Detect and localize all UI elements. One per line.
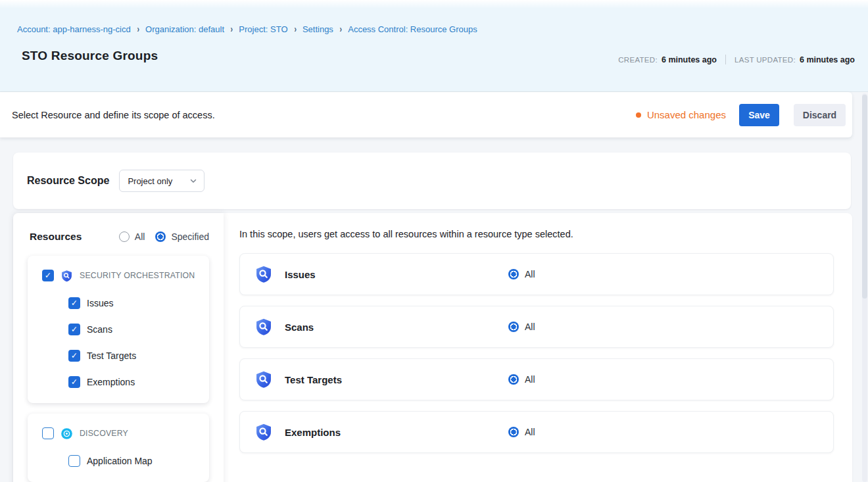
checkbox[interactable]: ✓ xyxy=(68,350,80,362)
breadcrumb-link[interactable]: Organization: default xyxy=(145,24,224,34)
radio-option-label: All xyxy=(525,427,535,437)
radio-option-specified[interactable]: Specified xyxy=(155,231,209,242)
last-updated-value: 6 minutes ago xyxy=(800,55,855,64)
discovery-icon xyxy=(60,427,73,440)
checkbox[interactable]: ✓ xyxy=(68,376,80,388)
radio-all-icon xyxy=(508,427,519,437)
resource-group-header-row: DISCOVERY xyxy=(28,419,209,448)
radio-specified-icon xyxy=(155,231,166,242)
meta-divider xyxy=(725,55,726,64)
scope-description: In this scope, users get access to all r… xyxy=(239,229,834,239)
security-orchestration-shield-icon xyxy=(60,270,73,282)
resource-scope-selected-value: Project only xyxy=(128,176,172,186)
radio-all-label: All xyxy=(135,231,145,242)
resources-filter-radios: All Specified xyxy=(119,231,209,242)
radio-all-icon xyxy=(508,269,519,279)
breadcrumb-separator-icon: › xyxy=(137,24,139,35)
page-title: STO Resource Groups xyxy=(22,49,158,63)
radio-all-icon xyxy=(508,374,519,385)
security-orchestration-shield-icon xyxy=(254,423,273,441)
scope-detail-panel: In this scope, users get access to all r… xyxy=(224,213,852,482)
breadcrumb-link[interactable]: Settings xyxy=(302,24,333,34)
resource-type-label: Issues xyxy=(285,269,508,280)
meta-info: CREATED: 6 minutes ago LAST UPDATED: 6 m… xyxy=(618,55,855,64)
radio-all-icon xyxy=(508,322,519,332)
chevron-down-icon xyxy=(189,177,197,185)
resource-child-label: Scans xyxy=(87,324,112,335)
discard-button[interactable]: Discard xyxy=(794,104,846,126)
security-orchestration-shield-icon xyxy=(254,318,273,336)
resource-groups-list: ✓SECURITY ORCHESTRATION✓Issues✓Scans✓Tes… xyxy=(13,243,224,482)
breadcrumb-separator-icon: › xyxy=(294,24,296,35)
scrollbar-thumb[interactable] xyxy=(862,95,867,299)
resource-scope-dropdown[interactable]: Project only xyxy=(119,170,205,192)
resource-type-card: ExemptionsAll xyxy=(239,411,834,453)
resource-child-row: ✓Test Targets xyxy=(28,343,209,369)
content-sheet: Resources All Specified ✓SECURITY ORCHES… xyxy=(13,213,852,482)
checkbox[interactable] xyxy=(68,455,80,467)
created-label: CREATED: xyxy=(618,56,658,64)
radio-option-all[interactable]: All xyxy=(508,322,535,332)
header-top-strip xyxy=(0,0,868,9)
checkbox[interactable] xyxy=(42,427,54,439)
save-button[interactable]: Save xyxy=(739,104,779,126)
resource-type-card: Test TargetsAll xyxy=(239,358,834,400)
resource-type-card: IssuesAll xyxy=(239,253,834,295)
resource-type-label: Exemptions xyxy=(285,427,508,438)
breadcrumb-separator-icon: › xyxy=(339,24,341,35)
resources-title: Resources xyxy=(30,231,82,243)
radio-option-all[interactable]: All xyxy=(508,427,535,437)
toolbar: Select Resource and define its scope of … xyxy=(0,92,852,137)
radio-option-all[interactable]: All xyxy=(119,231,145,242)
radio-option-all[interactable]: All xyxy=(508,374,535,385)
resource-type-label: Scans xyxy=(285,322,508,333)
checkbox[interactable]: ✓ xyxy=(68,297,80,309)
security-orchestration-shield-icon xyxy=(254,370,273,389)
resource-type-label: Test Targets xyxy=(285,374,508,385)
last-updated-label: LAST UPDATED: xyxy=(735,56,796,64)
resource-child-row: ✓Exemptions xyxy=(28,369,209,395)
resource-child-row: ✓Issues xyxy=(28,290,209,316)
checkbox[interactable]: ✓ xyxy=(68,324,80,335)
resource-child-row: ✓Scans xyxy=(28,316,209,343)
resource-child-label: Issues xyxy=(87,298,113,308)
resource-group-label: SECURITY ORCHESTRATION xyxy=(80,271,195,280)
radio-all-icon xyxy=(119,231,130,242)
breadcrumb: Account: app-harness-ng-cicd›Organizatio… xyxy=(17,24,477,34)
resource-group-card: ✓SECURITY ORCHESTRATION✓Issues✓Scans✓Tes… xyxy=(28,256,209,403)
breadcrumb-link[interactable]: Project: STO xyxy=(239,24,287,34)
radio-option-label: All xyxy=(525,269,535,279)
radio-option-label: All xyxy=(525,322,535,332)
resource-group-header-row: ✓SECURITY ORCHESTRATION xyxy=(28,261,209,290)
page-header: Account: app-harness-ng-cicd›Organizatio… xyxy=(0,0,868,92)
resource-scope-card: Resource Scope Project only xyxy=(13,153,851,209)
unsaved-changes-indicator: Unsaved changes xyxy=(636,109,726,120)
unsaved-changes-label: Unsaved changes xyxy=(647,109,726,120)
resource-child-row: Application Map xyxy=(28,448,209,474)
unsaved-dot-icon xyxy=(636,112,641,118)
resources-panel: Resources All Specified ✓SECURITY ORCHES… xyxy=(13,213,224,482)
resource-scope-title: Resource Scope xyxy=(27,175,109,187)
breadcrumb-link[interactable]: Access Control: Resource Groups xyxy=(348,24,477,34)
toolbar-description: Select Resource and define its scope of … xyxy=(12,110,215,120)
breadcrumb-separator-icon: › xyxy=(230,24,232,35)
resources-panel-header: Resources All Specified xyxy=(13,213,224,243)
created-value: 6 minutes ago xyxy=(662,55,717,64)
radio-specified-label: Specified xyxy=(171,231,209,242)
security-orchestration-shield-icon xyxy=(254,265,273,283)
breadcrumb-link[interactable]: Account: app-harness-ng-cicd xyxy=(17,24,131,34)
radio-option-label: All xyxy=(525,374,535,385)
checkbox[interactable]: ✓ xyxy=(42,270,54,281)
resource-child-label: Test Targets xyxy=(87,350,136,361)
radio-option-all[interactable]: All xyxy=(508,269,535,279)
resource-group-card: DISCOVERYApplication Map xyxy=(28,414,209,482)
toolbar-actions: Unsaved changes Save Discard xyxy=(636,104,846,126)
resource-type-card: ScansAll xyxy=(239,306,834,348)
scrollbar[interactable] xyxy=(862,93,867,482)
resource-child-label: Application Map xyxy=(87,456,153,466)
resource-child-label: Exemptions xyxy=(87,377,135,387)
resource-type-cards: IssuesAllScansAllTest TargetsAllExemptio… xyxy=(239,253,834,453)
resource-group-label: DISCOVERY xyxy=(80,429,128,438)
